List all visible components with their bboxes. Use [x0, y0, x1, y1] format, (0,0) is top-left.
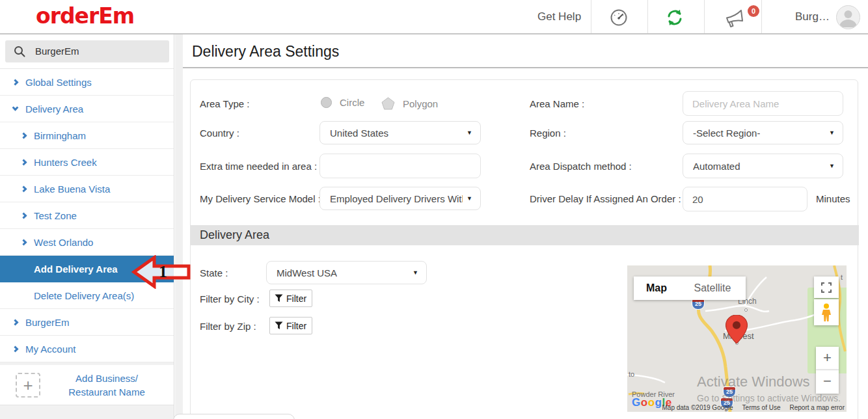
sidebar-item-west-orlando[interactable]: West Orlando	[0, 229, 174, 256]
orderem-logo[interactable]: orderEm	[36, 3, 134, 29]
pegman-button[interactable]	[814, 299, 839, 325]
main-content: Delivery Area Settings Area Type : Circl…	[183, 34, 868, 419]
activate-windows-watermark-sub: Go to Settings to activate Windows.	[697, 393, 841, 403]
chevron-right-icon	[12, 79, 19, 85]
add-business-line1: Add Business/	[43, 372, 170, 385]
sidebar-item-hunters-creek[interactable]: Hunters Creek	[0, 149, 174, 176]
funnel-icon	[275, 294, 283, 303]
zoom-in-button[interactable]: +	[816, 347, 839, 370]
dispatch-method-label: Area Dispatch method :	[530, 161, 632, 172]
add-business-button[interactable]: + Add Business/ Restaurant Name	[0, 365, 174, 405]
caret-down-icon: ▼	[467, 129, 472, 136]
caret-down-icon: ▼	[829, 129, 835, 136]
area-type-circle-option[interactable]: Circle	[321, 97, 364, 108]
chevron-right-icon	[21, 239, 27, 245]
refresh-sync-icon[interactable]	[665, 8, 685, 27]
extra-time-label: Extra time needed in area :	[200, 161, 317, 172]
business-search-input[interactable]: BurgerEm	[5, 40, 169, 62]
report-map-error-link[interactable]: Report a map error	[790, 404, 845, 411]
google-map[interactable]: Linch Midwest Powder River to t 25 25 25	[627, 265, 847, 412]
header-divider	[647, 0, 648, 33]
plus-icon: +	[16, 373, 40, 398]
area-name-input[interactable]	[683, 91, 843, 116]
dispatch-method-select[interactable]: Automated▼	[683, 154, 843, 178]
partial-list-box	[173, 414, 295, 419]
user-avatar[interactable]	[836, 5, 860, 29]
notification-badge: 0	[748, 5, 759, 17]
sidebar-item-delivery-area[interactable]: Delivery Area	[0, 96, 174, 122]
driver-delay-unit: Minutes	[816, 193, 850, 204]
caret-down-icon: ▼	[467, 195, 472, 202]
area-name-label: Area Name :	[530, 98, 584, 109]
chevron-right-icon	[21, 212, 27, 219]
page-title: Delivery Area Settings	[192, 43, 339, 61]
interstate-25-shield: 25	[692, 299, 705, 310]
chevron-right-icon	[12, 319, 19, 325]
map-marker-pin[interactable]	[726, 315, 748, 344]
chevron-right-icon	[12, 345, 19, 352]
extra-time-input[interactable]	[319, 154, 481, 178]
area-type-label: Area Type :	[200, 98, 249, 109]
sidebar: BurgerEm Global Settings Delivery Area B…	[0, 34, 174, 419]
service-model-label: My Delivery Service Model :	[200, 193, 321, 204]
service-model-select[interactable]: Employed Delivery Drivers With▼	[319, 187, 481, 210]
filter-by-city-label: Filter by City :	[200, 293, 260, 304]
add-business-line2: Restaurant Name	[43, 385, 170, 399]
header-divider	[704, 0, 705, 33]
settings-card: Area Type : Circle Polygon Area Name : C…	[190, 79, 858, 419]
map-data-attribution: Map data ©2019 Google	[662, 404, 733, 411]
caret-down-icon: ▼	[413, 269, 418, 276]
driver-delay-input[interactable]	[683, 187, 807, 211]
get-help-link[interactable]: Get Help	[537, 10, 581, 23]
region-label: Region :	[530, 128, 566, 139]
filter-by-city-button[interactable]: Filter	[269, 290, 312, 307]
title-divider	[183, 67, 868, 68]
megaphone-icon[interactable]	[724, 10, 743, 29]
caret-down-icon: ▼	[829, 163, 835, 169]
chevron-right-icon	[21, 159, 27, 165]
map-type-satellite-button[interactable]: Satellite	[679, 277, 746, 300]
delivery-area-settings-screen: orderEm Get Help	[0, 0, 868, 419]
header-divider	[591, 0, 591, 33]
country-label: Country :	[200, 128, 239, 139]
chevron-right-icon	[21, 185, 27, 192]
filter-by-zip-button[interactable]: Filter	[269, 317, 312, 334]
pegman-icon	[821, 303, 832, 321]
map-label-to: to	[629, 370, 634, 378]
search-value: BurgerEm	[35, 40, 79, 62]
sidebar-item-lake-buena-vista[interactable]: Lake Buena Vista	[0, 176, 174, 202]
terms-of-use-link[interactable]: Terms of Use	[742, 404, 781, 411]
zoom-out-button[interactable]: −	[816, 370, 839, 394]
sidebar-item-my-account[interactable]: My Account	[0, 336, 174, 362]
sidebar-item-global-settings[interactable]: Global Settings	[0, 69, 174, 96]
map-type-map-button[interactable]: Map	[634, 277, 679, 300]
activate-windows-watermark: Activate Windows	[697, 373, 810, 390]
state-select[interactable]: MidWest USA▼	[266, 261, 427, 284]
driver-delay-label: Driver Delay If Assigned An Order :	[530, 193, 681, 204]
fullscreen-icon	[821, 282, 832, 293]
state-label: State :	[200, 267, 228, 278]
sidebar-item-birmingham[interactable]: Birmingham	[0, 122, 174, 149]
sidebar-search-row: BurgerEm	[0, 34, 174, 69]
fullscreen-button[interactable]	[814, 277, 839, 298]
sidebar-item-burgerem[interactable]: BurgerEm	[0, 309, 174, 336]
sidebar-item-delete-delivery-areas[interactable]: Delete Delivery Area(s)	[0, 282, 174, 309]
dashboard-speedometer-icon[interactable]	[609, 8, 629, 27]
sidebar-item-test-zone[interactable]: Test Zone	[0, 202, 174, 229]
account-name[interactable]: Burg…	[795, 10, 830, 23]
header-divider	[761, 0, 762, 33]
map-label-t: t	[841, 273, 843, 281]
sidebar-item-add-delivery-area[interactable]: Add Delivery Area	[0, 256, 174, 282]
pentagon-shape-icon	[381, 97, 395, 110]
sidebar-menu: Global Settings Delivery Area Birmingham…	[0, 69, 174, 362]
filter-by-zip-label: Filter by Zip :	[200, 321, 256, 332]
chevron-down-icon	[12, 104, 19, 111]
map-type-control: Map Satellite	[634, 277, 746, 300]
country-select[interactable]: United States▼	[319, 121, 481, 144]
chevron-right-icon	[21, 132, 27, 139]
region-select[interactable]: -Select Region-▼	[683, 121, 843, 144]
top-header: orderEm Get Help	[0, 0, 868, 34]
circle-shape-icon	[321, 97, 332, 108]
area-type-polygon-option[interactable]: Polygon	[381, 97, 438, 110]
town-dot	[744, 308, 748, 312]
